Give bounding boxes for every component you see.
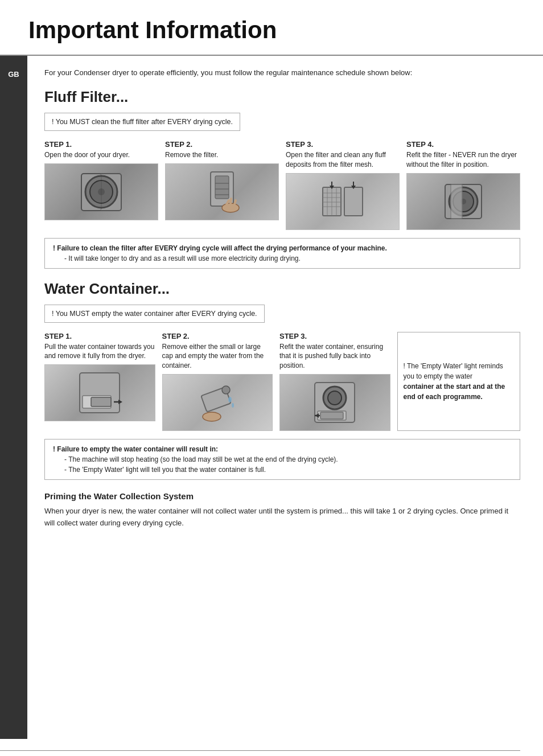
fluff-step-4: STEP 4. Refit the filter - NEVER run the… [406, 140, 520, 230]
water-step-2-desc: Remove either the small or large cap and… [162, 342, 273, 371]
fluff-step-3: STEP 3. Open the filter and clean any fl… [286, 140, 400, 230]
fluff-step-4-desc: Refit the filter - NEVER run the dryer w… [406, 150, 520, 170]
svg-point-10 [222, 203, 239, 212]
water-step-2-img [162, 374, 273, 431]
svg-point-38 [222, 386, 230, 394]
water-container-title: Water Container... [44, 280, 520, 298]
fluff-notice-text: ! You MUST clean the fluff filter after … [52, 118, 233, 126]
water-step-3-label: STEP 3. [279, 332, 390, 340]
water-warning-item-1: The machine will stop heating (so the lo… [64, 454, 512, 465]
fluff-step-2-img [165, 163, 279, 220]
fluff-step-1-img-placeholder [45, 164, 158, 220]
priming-section: Priming the Water Collection System When… [44, 491, 520, 529]
water-step-1-img [44, 364, 155, 421]
content-area: GB For your Condenser dryer to operate e… [0, 56, 543, 739]
svg-rect-6 [215, 176, 229, 199]
water-step-1-img-placeholder [45, 365, 155, 421]
svg-rect-15 [344, 187, 363, 216]
svg-point-40 [232, 403, 234, 408]
fluff-step-3-label: STEP 3. [286, 140, 400, 149]
sidebar-label: GB [8, 70, 19, 79]
fluff-step-4-img [406, 173, 520, 230]
water-notice-text: ! You MUST empty the water container aft… [52, 310, 257, 318]
svg-marker-36 [118, 400, 122, 404]
fluff-filter-notice: ! You MUST clean the fluff filter after … [44, 113, 240, 131]
water-step-3: STEP 3. Refit the water container, ensur… [279, 332, 390, 431]
water-warning-list: The machine will stop heating (so the lo… [53, 454, 512, 475]
fluff-warning-list: It will take longer to dry and as a resu… [53, 253, 512, 264]
water-step-special-text: ! The 'Empty Water' light reminds you to… [404, 361, 515, 402]
fluff-step-4-label: STEP 4. [406, 140, 520, 149]
water-steps-row: STEP 1. Pull the water container towards… [44, 332, 520, 431]
fluff-step-1-label: STEP 1. [44, 140, 158, 149]
svg-rect-34 [91, 397, 111, 406]
fluff-step-3-img [286, 173, 400, 230]
svg-point-39 [228, 397, 232, 402]
fluff-steps-row: STEP 1. Open the door of your dryer. [44, 140, 520, 230]
page: Important Information GB For your Conden… [0, 0, 543, 756]
water-special-exclaim: ! The 'Empty Water' light reminds you to… [404, 362, 503, 380]
intro-text: For your Condenser dryer to operate effi… [44, 67, 520, 79]
svg-point-41 [203, 412, 221, 421]
page-title: Important Information [28, 17, 515, 43]
sidebar: GB [0, 56, 27, 739]
water-step-2-label: STEP 2. [162, 332, 273, 340]
fluff-step-2-desc: Remove the filter. [165, 150, 279, 160]
water-step-3-img [279, 374, 390, 431]
water-step-3-img-placeholder [280, 375, 390, 430]
svg-rect-46 [320, 412, 343, 419]
priming-title: Priming the Water Collection System [44, 491, 520, 501]
svg-rect-31 [451, 184, 462, 219]
fluff-step-3-desc: Open the filter and clean any fluff depo… [286, 150, 400, 170]
water-warning-item-2: The 'Empty Water' light will tell you th… [64, 465, 512, 475]
svg-line-12 [231, 199, 231, 203]
fluff-filter-section: Fluff Filter... ! You MUST clean the flu… [44, 88, 520, 269]
fluff-step-2-label: STEP 2. [165, 140, 279, 149]
water-step-2-img-placeholder [163, 375, 273, 430]
fluff-warning-main: ! Failure to clean the filter after EVER… [53, 244, 387, 252]
svg-line-13 [235, 200, 236, 204]
fluff-step-4-img-placeholder [407, 174, 520, 229]
fluff-step-2: STEP 2. Remove the filter. [165, 140, 279, 230]
fluff-warning-box: ! Failure to clean the filter after EVER… [44, 238, 520, 269]
page-number: 2 [0, 751, 543, 756]
fluff-filter-title: Fluff Filter... [44, 88, 520, 106]
fluff-step-3-img-placeholder [286, 174, 399, 229]
fluff-step-1-img [44, 163, 158, 220]
water-step-special: ! The 'Empty Water' light reminds you to… [397, 332, 521, 431]
water-step-2: STEP 2. Remove either the small or large… [162, 332, 273, 431]
water-step-1: STEP 1. Pull the water container towards… [44, 332, 155, 431]
water-notice-box: ! You MUST empty the water container aft… [44, 305, 265, 323]
water-step-3-desc: Refit the water container, ensuring that… [279, 342, 390, 371]
fluff-step-2-img-placeholder [166, 164, 278, 220]
water-warning-main: ! Failure to empty the water container w… [53, 445, 218, 453]
water-step-1-desc: Pull the water container towards you and… [44, 342, 155, 361]
water-warning-box: ! Failure to empty the water container w… [44, 439, 520, 480]
priming-body: When your dryer is new, the water contai… [44, 506, 520, 529]
fluff-warning-item-1: It will take longer to dry and as a resu… [64, 253, 512, 264]
water-container-section: Water Container... ! You MUST empty the … [44, 280, 520, 529]
fluff-step-1: STEP 1. Open the door of your dryer. [44, 140, 158, 230]
svg-point-44 [328, 391, 342, 405]
fluff-step-1-desc: Open the door of your dryer. [44, 150, 158, 160]
main-content: For your Condenser dryer to operate effi… [27, 56, 543, 739]
water-special-bold: container at the start and at the end of… [404, 383, 505, 401]
water-step-1-label: STEP 1. [44, 332, 155, 340]
header: Important Information [0, 0, 543, 49]
